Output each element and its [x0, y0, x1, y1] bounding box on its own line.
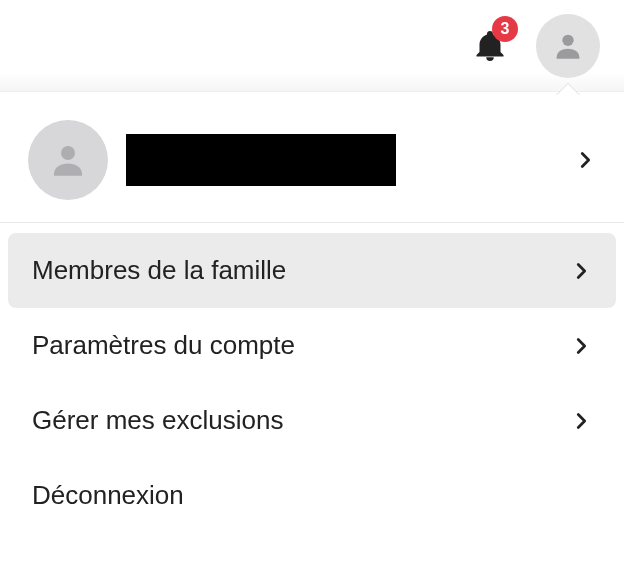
svg-point-0	[562, 34, 573, 45]
chevron-right-icon	[574, 149, 596, 171]
user-icon	[47, 139, 89, 181]
user-icon	[551, 29, 585, 63]
menu-pointer-icon	[556, 84, 580, 96]
menu-item-manage-exclusions[interactable]: Gérer mes exclusions	[8, 383, 616, 458]
chevron-right-icon	[570, 260, 592, 282]
notifications-button[interactable]: 3	[472, 26, 508, 66]
menu-item-label: Membres de la famille	[32, 255, 570, 286]
notification-badge: 3	[492, 16, 518, 42]
menu-item-label: Paramètres du compte	[32, 330, 570, 361]
profile-row[interactable]	[0, 98, 624, 223]
chevron-right-icon	[570, 410, 592, 432]
menu-item-label: Gérer mes exclusions	[32, 405, 570, 436]
menu-item-logout[interactable]: Déconnexion	[8, 458, 616, 533]
profile-name-redacted	[126, 134, 396, 186]
menu-item-label: Déconnexion	[32, 480, 592, 511]
svg-point-1	[61, 146, 75, 160]
header: 3	[0, 0, 624, 92]
menu-item-family-members[interactable]: Membres de la famille	[8, 233, 616, 308]
chevron-right-icon	[570, 335, 592, 357]
account-menu: Membres de la famille Paramètres du comp…	[0, 223, 624, 533]
profile-avatar	[28, 120, 108, 200]
header-avatar[interactable]	[536, 14, 600, 78]
menu-item-account-settings[interactable]: Paramètres du compte	[8, 308, 616, 383]
